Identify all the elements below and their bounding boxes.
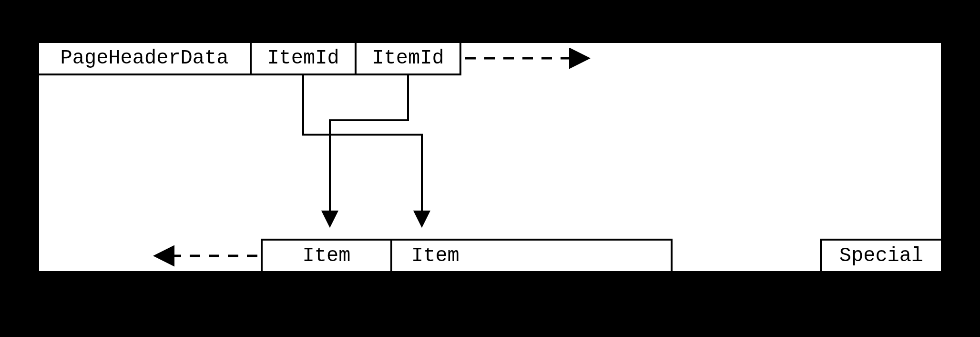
- item-1-label: Item: [303, 244, 351, 267]
- special-cell: Special: [820, 239, 943, 273]
- item-id-cell-2: ItemId: [355, 41, 461, 75]
- item-cell-2: Item: [390, 239, 673, 273]
- item-id-2-label: ItemId: [372, 47, 444, 70]
- page-header-data-label: PageHeaderData: [61, 47, 229, 70]
- item-2-label: Item: [411, 244, 459, 267]
- item-id-cell-1: ItemId: [250, 41, 357, 75]
- item-cell-1: Item: [261, 239, 392, 273]
- special-label: Special: [839, 244, 923, 267]
- page-header-data-cell: PageHeaderData: [37, 41, 252, 75]
- item-id-1-label: ItemId: [267, 47, 339, 70]
- page-layout-diagram: PageHeaderData ItemId ItemId Item Item S…: [0, 0, 980, 337]
